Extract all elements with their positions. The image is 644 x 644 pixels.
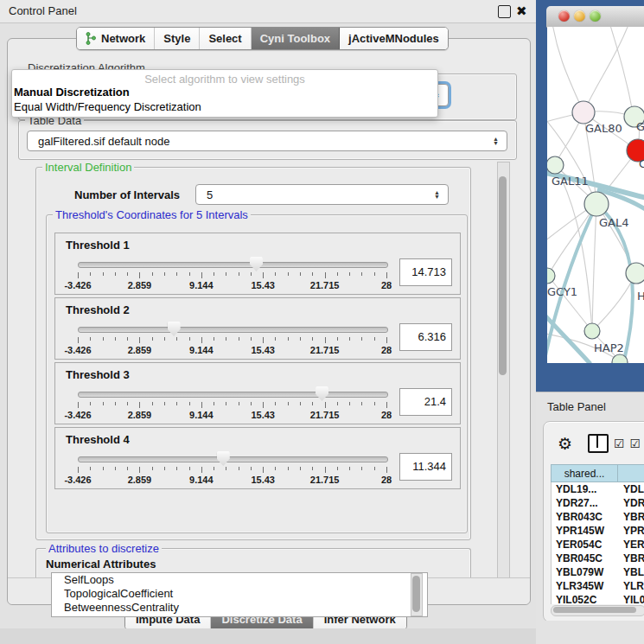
tick-mark bbox=[349, 402, 350, 405]
tick-mark bbox=[226, 337, 226, 341]
popup-item-manual-discretization[interactable]: Manual Discretization bbox=[14, 86, 130, 99]
control-panel-header: Control Panel ✖ bbox=[0, 0, 536, 23]
cell-shared-name[interactable]: YBR045C bbox=[552, 552, 617, 565]
tick-mark bbox=[288, 467, 289, 470]
zoom-traffic-light-icon[interactable] bbox=[590, 10, 601, 22]
cell-name[interactable]: YBL0 bbox=[617, 565, 644, 579]
tick-mark bbox=[349, 337, 350, 341]
popup-item-equal-width-frequency[interactable]: Equal Width/Frequency Discretization bbox=[14, 100, 201, 113]
cell-shared-name[interactable]: YBR043C bbox=[552, 510, 617, 524]
numerical-attributes-list[interactable]: SelfLoopsTopologicalCoefficientBetweenne… bbox=[51, 572, 428, 617]
tick-mark bbox=[312, 272, 313, 276]
tick-mark bbox=[275, 402, 276, 405]
table-horizontal-scrollbar[interactable] bbox=[551, 605, 644, 616]
cell-name[interactable]: YBR0 bbox=[617, 552, 644, 565]
cell-shared-name[interactable]: YBL079W bbox=[552, 565, 617, 579]
threshold-2-panel: Threshold 2 -3.4262.8599.14415.4321.7152… bbox=[54, 297, 461, 360]
threshold-2-scale: -3.4262.8599.14415.4321.71528 bbox=[78, 327, 386, 353]
table-row[interactable]: YBL079WYBL0 bbox=[552, 565, 644, 579]
tab-style[interactable]: Style bbox=[155, 28, 200, 49]
float-window-icon[interactable] bbox=[498, 5, 511, 18]
table-row[interactable]: YPR145WYPR1 bbox=[552, 524, 644, 538]
cell-name[interactable]: YER0 bbox=[617, 538, 644, 552]
cell-name[interactable]: YIL0 bbox=[617, 593, 644, 604]
tab-network[interactable]: Network bbox=[77, 28, 155, 49]
cell-shared-name[interactable]: YDL19... bbox=[552, 482, 617, 496]
close-icon[interactable]: ✖ bbox=[516, 5, 527, 16]
tick-mark bbox=[374, 467, 375, 470]
table-rows[interactable]: YDL19...YDL1YDR27...YDR2YBR043CYBR0YPR14… bbox=[551, 482, 644, 604]
tick-mark bbox=[78, 337, 79, 343]
network-window-titlebar[interactable] bbox=[546, 6, 644, 28]
threshold-1-slider-thumb[interactable] bbox=[250, 257, 263, 271]
threshold-2-value-field[interactable]: 6.316 bbox=[399, 323, 452, 351]
table-row[interactable]: YBR045CYBR0 bbox=[552, 552, 644, 565]
threshold-1-value-field[interactable]: 14.713 bbox=[399, 258, 452, 286]
settings-scrollbar-thumb[interactable] bbox=[499, 176, 507, 375]
tick-mark bbox=[337, 337, 338, 341]
table-data-combo[interactable]: galFiltered.sif default node ▲▼ bbox=[27, 131, 507, 151]
table-data-combo-value: galFiltered.sif default node bbox=[28, 135, 492, 148]
close-traffic-light-icon[interactable] bbox=[558, 10, 570, 22]
number-of-intervals-combo[interactable]: 5 ▲▼ bbox=[195, 184, 449, 205]
tab-cyni-toolbox[interactable]: Cyni Toolbox bbox=[252, 28, 340, 49]
table-hscrollbar-thumb[interactable] bbox=[553, 607, 636, 613]
attribute-list-item[interactable]: BetweennessCentrality bbox=[52, 601, 427, 615]
threshold-4-slider-thumb[interactable] bbox=[217, 451, 230, 466]
settings-scrollbar[interactable] bbox=[497, 162, 510, 578]
cell-name[interactable]: YLR3 bbox=[617, 579, 644, 593]
tick-mark bbox=[361, 402, 362, 405]
tick-label: 15.43 bbox=[251, 280, 275, 290]
cell-name[interactable]: YBR0 bbox=[617, 510, 644, 524]
tick-mark bbox=[115, 272, 116, 276]
table-row[interactable]: YIL052CYIL0 bbox=[552, 593, 644, 604]
table-row[interactable]: YDR27...YDR2 bbox=[552, 496, 644, 510]
tick-label: 28 bbox=[381, 280, 392, 290]
gear-icon[interactable]: ⚙ bbox=[558, 434, 572, 454]
tick-mark bbox=[386, 467, 387, 473]
table-row[interactable]: YLR345WYLR3 bbox=[552, 579, 644, 593]
cell-shared-name[interactable]: YER054C bbox=[552, 538, 617, 552]
cell-name[interactable]: YDR2 bbox=[617, 496, 644, 510]
tick-mark bbox=[189, 337, 190, 341]
cell-shared-name[interactable]: YDR27... bbox=[552, 496, 617, 510]
label-ga: GA bbox=[636, 120, 644, 133]
cell-shared-name[interactable]: YPR145W bbox=[552, 524, 617, 538]
minimize-traffic-light-icon[interactable] bbox=[574, 10, 585, 22]
cell-shared-name[interactable]: YIL052C bbox=[552, 593, 617, 604]
table-row[interactable]: YBR043CYBR0 bbox=[552, 510, 644, 524]
cell-shared-name[interactable]: YLR345W bbox=[552, 579, 617, 593]
cell-name[interactable]: YDL1 bbox=[617, 482, 644, 496]
tick-mark bbox=[127, 272, 128, 276]
tick-mark bbox=[103, 402, 104, 405]
checkbox-icon[interactable]: ☑ bbox=[630, 437, 641, 450]
tab-select[interactable]: Select bbox=[200, 28, 251, 49]
tick-mark bbox=[251, 402, 252, 405]
tick-mark bbox=[90, 402, 91, 405]
attributes-list-scrollbar[interactable] bbox=[411, 573, 423, 616]
table-panel-box: ⚙ ☑ ☑ shared... na YDL19...YDL1YDR27...Y… bbox=[543, 421, 644, 622]
attribute-list-item[interactable]: SelfLoops bbox=[52, 573, 427, 587]
tick-mark bbox=[312, 402, 313, 405]
column-header-shared[interactable]: shared... bbox=[552, 465, 618, 481]
cell-name[interactable]: YPR1 bbox=[617, 524, 644, 538]
attribute-list-item[interactable]: TopologicalCoefficient bbox=[52, 587, 427, 601]
tick-label: 9.144 bbox=[189, 410, 214, 420]
network-canvas[interactable]: GAL80 GA C GAL11 GAL4 GCY1 H HAP2 bbox=[547, 27, 644, 363]
split-pane-icon[interactable] bbox=[588, 434, 609, 453]
tick-mark bbox=[337, 272, 338, 276]
tick-label: -3.426 bbox=[64, 475, 91, 485]
table-row[interactable]: YER054CYER0 bbox=[552, 538, 644, 552]
checkbox-icon[interactable]: ☑ bbox=[614, 437, 625, 450]
tick-mark bbox=[201, 272, 202, 278]
threshold-3-value-field[interactable]: 21.4 bbox=[399, 388, 452, 416]
tick-mark bbox=[152, 337, 153, 341]
column-header-name[interactable]: na bbox=[618, 465, 644, 481]
tick-mark bbox=[349, 467, 350, 470]
tick-mark bbox=[288, 337, 289, 341]
table-row[interactable]: YDL19...YDL1 bbox=[552, 482, 644, 496]
tab-jactivemnodules[interactable]: jActiveMNodules bbox=[340, 28, 448, 49]
threshold-3-slider-thumb[interactable] bbox=[316, 386, 328, 401]
threshold-2-slider-thumb[interactable] bbox=[168, 322, 181, 336]
threshold-4-value-field[interactable]: 11.344 bbox=[399, 453, 452, 481]
